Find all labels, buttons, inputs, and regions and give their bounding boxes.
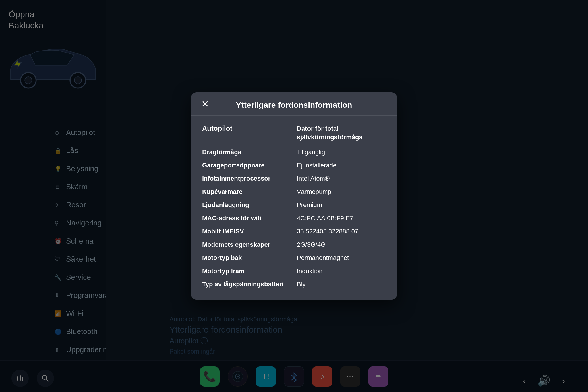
modal-dialog: ✕ Ytterligare fordonsinformation Autopil… [191, 92, 397, 300]
info-value-0: Tillgänglig [297, 148, 386, 156]
info-row: Typ av lågspänningsbatteriBly [202, 278, 386, 291]
info-label-2: Infotainmentprocessor [202, 175, 291, 182]
info-label-7: Modemets egenskaper [202, 241, 291, 248]
info-row: InfotainmentprocessorIntel Atom® [202, 172, 386, 185]
info-label-10: Typ av lågspänningsbatteri [202, 281, 291, 288]
info-label-9: Motortyp fram [202, 267, 291, 275]
info-rows-container: DragförmågaTillgängligGarageportsöppnare… [202, 146, 386, 291]
info-value-8: Permanentmagnet [297, 254, 386, 262]
info-label-6: Mobilt IMEISV [202, 228, 291, 235]
info-row: LjudanläggningPremium [202, 198, 386, 212]
info-value-1: Ej installerade [297, 162, 386, 169]
modal-body: Autopilot Dator för total självkörningsf… [191, 116, 397, 300]
info-row: KupévärmareVärmepump [202, 185, 386, 198]
info-value-3: Värmepump [297, 188, 386, 196]
info-label-1: Garageportsöppnare [202, 162, 291, 169]
modal-close-button[interactable]: ✕ [199, 98, 211, 110]
info-row: Motortyp bakPermanentmagnet [202, 251, 386, 264]
modal-title: Ytterligare fordonsinformation [202, 101, 386, 110]
modal-header: ✕ Ytterligare fordonsinformation [191, 92, 397, 116]
info-value-2: Intel Atom® [297, 175, 386, 182]
autopilot-header-label: Autopilot [202, 124, 291, 141]
modal-overlay: ✕ Ytterligare fordonsinformation Autopil… [0, 0, 588, 392]
info-row: Motortyp framInduktion [202, 264, 386, 278]
info-label-4: Ljudanläggning [202, 201, 291, 209]
info-row: DragförmågaTillgänglig [202, 146, 386, 159]
info-label-0: Dragförmåga [202, 148, 291, 156]
autopilot-header-value: Dator för total självkörningsförmåga [297, 124, 386, 141]
info-row: Mobilt IMEISV35 522408 322888 07 [202, 225, 386, 238]
info-value-9: Induktion [297, 267, 386, 275]
info-row: GarageportsöppnareEj installerade [202, 159, 386, 172]
info-label-3: Kupévärmare [202, 188, 291, 196]
info-label-5: MAC-adress för wifi [202, 215, 291, 222]
info-value-6: 35 522408 322888 07 [297, 228, 386, 235]
info-value-5: 4C:FC:AA:0B:F9:E7 [297, 215, 386, 222]
info-value-10: Bly [297, 281, 386, 288]
info-label-8: Motortyp bak [202, 254, 291, 262]
info-row: MAC-adress för wifi4C:FC:AA:0B:F9:E7 [202, 212, 386, 225]
info-row: Modemets egenskaper2G/3G/4G [202, 238, 386, 251]
info-value-7: 2G/3G/4G [297, 241, 386, 248]
info-row-header: Autopilot Dator för total självkörningsf… [202, 123, 386, 146]
info-value-4: Premium [297, 201, 386, 209]
